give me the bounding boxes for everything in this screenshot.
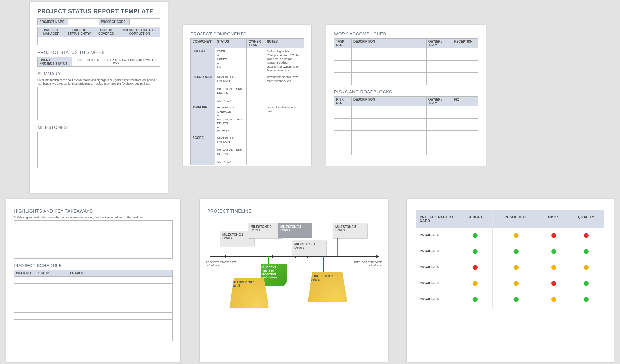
- project-label: PROJECT 2: [416, 244, 458, 260]
- summary-title: SUMMARY: [37, 71, 160, 76]
- milestone-box: MILESTONE 5Details: [333, 223, 367, 238]
- milestones-title: MILESTONES: [37, 125, 160, 130]
- report-card-table: PROJECT REPORT CARD BUDGET RESOURCES RIS…: [416, 210, 604, 308]
- timeline-axis: [210, 256, 377, 257]
- table-row: BUDGETOVER – UNDER – ONCall out highligh…: [191, 48, 304, 74]
- page-status-report: PROJECT STATUS REPORT TEMPLATE PROJECT N…: [30, 2, 168, 193]
- roadblock-marker: ROADBLOCK 2Details: [308, 272, 347, 302]
- status-dot-icon: [514, 249, 519, 254]
- status-dot-icon: [514, 265, 519, 270]
- status-dot-icon: [514, 297, 519, 302]
- milestone-box: MILESTONE 2Details: [248, 223, 283, 238]
- milestone-box: MILESTONE 3Details: [278, 223, 312, 238]
- highlights-title: HIGHLIGHTS AND KEY TAKEAWAYS: [14, 208, 173, 214]
- schedule-table: WEEK NO.STATUSDETAILS: [14, 270, 173, 341]
- status-dot-icon: [473, 249, 478, 254]
- status-dot-icon: [584, 281, 589, 286]
- status-dot-icon: [584, 249, 589, 254]
- page-work-risks: WORK ACCOMPLISHED TASK NO.DESCRIPTIONOWN…: [326, 25, 486, 166]
- status-dot-icon: [551, 233, 556, 238]
- status-dot-icon: [473, 265, 478, 270]
- project-id-table: PROJECT NAMEPROJECT CODE: [37, 18, 160, 25]
- summary-box[interactable]: [37, 87, 160, 120]
- status-dot-icon: [473, 297, 478, 302]
- table-row: TIMELINEROADBLOCK / OVERAGE – POTENTIAL …: [191, 104, 304, 135]
- milestones-box[interactable]: [37, 132, 160, 168]
- risks-table: RISK NO.DESCRIPTIONOWNER / TEAMFIX: [334, 96, 478, 155]
- status-dot-icon: [551, 265, 556, 270]
- page-highlights-schedule: HIGHLIGHTS AND KEY TAKEAWAYS Bullets of …: [6, 199, 180, 362]
- status-dot-icon: [584, 297, 589, 302]
- timeline-title: PROJECT TIMELINE: [207, 208, 380, 214]
- status-dot-icon: [514, 281, 519, 286]
- table-row: PROJECT 5: [416, 292, 604, 308]
- milestone-box: MILESTONE 4Details: [292, 240, 326, 256]
- timeline-chart: MILESTONE 1Details MILESTONE 2Details MI…: [207, 215, 380, 309]
- project-label: PROJECT 3: [416, 260, 458, 276]
- summary-help: Enter information here about overall sta…: [37, 78, 160, 86]
- schedule-title: PROJECT SCHEDULE: [14, 263, 173, 268]
- roadblock-marker: ROADBLOCK 1Details: [229, 278, 269, 308]
- status-dot-icon: [584, 265, 589, 270]
- project-meta-table: PROJECT MANAGERDATE OF STATUS ENTRYPERIO…: [37, 27, 160, 45]
- page-components: PROJECT COMPONENTS COMPONENT STATUS OWNE…: [183, 25, 311, 166]
- work-accomplished-table: TASK NO.DESCRIPTIONOWNER / TEAMRECEPTION: [334, 38, 478, 85]
- project-label: PROJECT 5: [416, 292, 458, 308]
- status-dot-icon: [584, 233, 589, 238]
- end-date-label: PROJECT END DATE00/00/0000: [351, 261, 382, 267]
- highlights-box[interactable]: [14, 220, 173, 259]
- status-dot-icon: [473, 281, 478, 286]
- table-row: PROJECT 2: [416, 244, 604, 260]
- table-row: PROJECT 1: [416, 228, 604, 244]
- status-dot-icon: [551, 297, 556, 302]
- table-row: RESOURCESROADBLOCK / OVERAGE – POTENTIAL…: [191, 74, 304, 104]
- status-dot-icon: [473, 233, 478, 238]
- page-timeline: PROJECT TIMELINE MILESTONE 1Details MILE…: [200, 199, 388, 362]
- page-title: PROJECT STATUS REPORT TEMPLATE: [37, 8, 160, 15]
- components-title: PROJECT COMPONENTS: [190, 31, 304, 36]
- table-row: SCOPEROADBLOCK / OVERAGE – POTENTIAL RIS…: [191, 135, 304, 165]
- risks-title: RISKS AND ROADBLOCKS: [334, 89, 478, 94]
- overall-status-row: OVERALL PROJECT STATUS ROADBLOCK / OVERA…: [37, 57, 160, 67]
- work-accomplished-title: WORK ACCOMPLISHED: [334, 31, 478, 36]
- project-label: PROJECT 1: [416, 228, 458, 244]
- highlights-help: Bullets of great work, who owns what, wh…: [14, 215, 173, 219]
- project-label: PROJECT 4: [416, 276, 458, 292]
- status-dot-icon: [551, 281, 556, 286]
- page-report-card: PROJECT REPORT CARD BUDGET RESOURCES RIS…: [407, 199, 614, 362]
- status-dot-icon: [514, 233, 519, 238]
- status-week-title: PROJECT STATUS THIS WEEK: [37, 50, 160, 55]
- components-table: COMPONENT STATUS OWNER / TEAM NOTES BUDG…: [190, 38, 304, 165]
- table-row: PROJECT 4: [416, 276, 604, 292]
- status-dot-icon: [551, 249, 556, 254]
- table-row: PROJECT 3: [416, 260, 604, 276]
- arrow-icon: [376, 255, 379, 258]
- start-date-label: PROJECT START DATE00/00/0000: [206, 261, 237, 267]
